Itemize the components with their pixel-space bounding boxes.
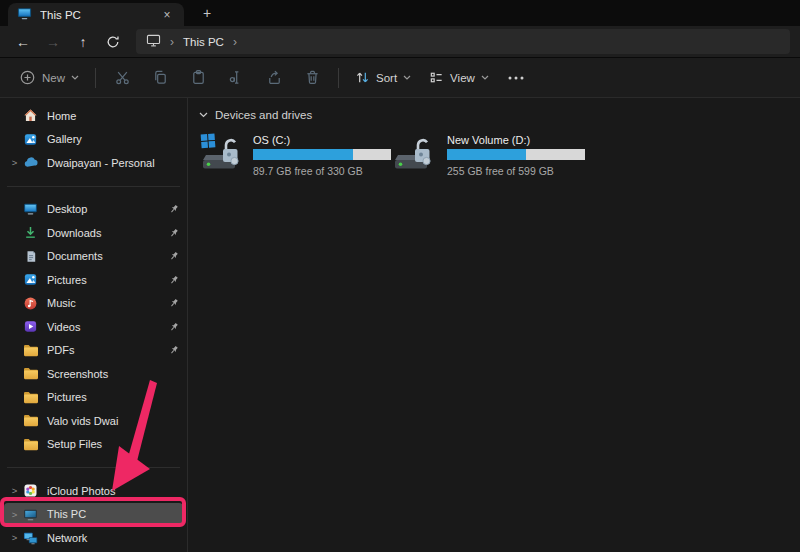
- sidebar-item-this-pc[interactable]: > This PC: [4, 503, 183, 527]
- breadcrumb-location[interactable]: This PC: [183, 36, 224, 48]
- sidebar-item-pictures-folder[interactable]: Pictures: [4, 386, 183, 410]
- drive-used-fill: [253, 149, 353, 160]
- folder-icon: [22, 412, 39, 429]
- home-icon: [22, 107, 39, 124]
- cut-button[interactable]: [103, 63, 141, 93]
- drive-capacity-bar: [253, 149, 391, 160]
- folder-icon: [22, 436, 39, 453]
- documents-icon: [22, 248, 39, 265]
- sidebar-item-label: Setup Files: [47, 438, 179, 450]
- sidebar-item-videos[interactable]: Videos: [4, 315, 183, 339]
- refresh-button[interactable]: [98, 29, 128, 54]
- drive-os-c[interactable]: OS (C:) 89.7 GB free of 330 GB: [200, 131, 380, 179]
- sidebar-item-label: iCloud Photos: [47, 485, 179, 497]
- folder-icon: [22, 342, 39, 359]
- chevron-down-icon: [71, 75, 79, 80]
- view-button[interactable]: View: [420, 63, 498, 93]
- location-monitor-icon: [146, 34, 161, 49]
- share-button[interactable]: [255, 63, 293, 93]
- chevron-down-icon: [481, 75, 489, 80]
- sidebar-item-onedrive-personal[interactable]: > Dwaipayan - Personal: [4, 151, 183, 175]
- sidebar-item-label: Screenshots: [47, 368, 179, 380]
- navigation-pane: Home Gallery >: [0, 98, 188, 552]
- new-button[interactable]: New: [10, 63, 88, 93]
- delete-button[interactable]: [293, 63, 331, 93]
- tab-bar: This PC × +: [0, 0, 800, 26]
- copy-button[interactable]: [141, 63, 179, 93]
- sidebar-item-network[interactable]: > Network: [4, 526, 183, 550]
- tab-this-pc[interactable]: This PC ×: [8, 3, 184, 26]
- new-tab-button[interactable]: +: [197, 3, 217, 23]
- sort-arrows-icon: [355, 70, 370, 85]
- chevron-down-icon: [199, 112, 208, 118]
- rename-button[interactable]: [217, 63, 255, 93]
- desktop-icon: [22, 201, 39, 218]
- sidebar-item-label: Valo vids Dwai: [47, 415, 179, 427]
- view-options-icon: [429, 70, 444, 85]
- rename-icon: [228, 69, 245, 86]
- expand-chevron-icon[interactable]: >: [7, 157, 22, 168]
- sidebar-divider: [7, 186, 180, 187]
- network-icon: [22, 529, 39, 546]
- expand-chevron-icon[interactable]: >: [7, 485, 22, 496]
- command-bar: New: [0, 58, 800, 98]
- drive-new-volume-d[interactable]: New Volume (D:) 255 GB free of 599 GB: [394, 131, 574, 179]
- folder-icon: [22, 365, 39, 382]
- onedrive-cloud-icon: [22, 154, 39, 171]
- sidebar-divider: [7, 467, 180, 468]
- sidebar-item-pictures[interactable]: Pictures: [4, 268, 183, 292]
- pin-icon: [169, 228, 179, 238]
- pin-icon: [169, 251, 179, 261]
- drive-capacity-text: 89.7 GB free of 330 GB: [253, 165, 391, 177]
- scissors-icon: [114, 69, 131, 86]
- sidebar-item-home[interactable]: Home: [4, 104, 183, 128]
- forward-button[interactable]: →: [38, 29, 68, 54]
- paste-button[interactable]: [179, 63, 217, 93]
- sidebar-item-label: Pictures: [47, 391, 179, 403]
- sidebar-item-icloud-photos[interactable]: > iCloud Photos: [4, 479, 183, 503]
- up-button[interactable]: ↑: [68, 29, 98, 54]
- sidebar-item-documents[interactable]: Documents: [4, 245, 183, 269]
- file-explorer-window: This PC × + ← → ↑ › This PC ›: [0, 0, 800, 552]
- gallery-icon: [22, 131, 39, 148]
- sidebar-item-gallery[interactable]: Gallery: [4, 128, 183, 152]
- downloads-icon: [22, 224, 39, 241]
- content-pane: Devices and drives: [188, 98, 800, 552]
- more-options-button[interactable]: [498, 63, 534, 93]
- sidebar-item-music[interactable]: Music: [4, 292, 183, 316]
- this-pc-monitor-icon: [17, 7, 32, 22]
- sidebar-item-downloads[interactable]: Downloads: [4, 221, 183, 245]
- back-button[interactable]: ←: [8, 29, 38, 54]
- address-bar[interactable]: › This PC ›: [136, 29, 790, 54]
- drive-d-bitlocker-icon: [394, 131, 440, 179]
- folder-icon: [22, 389, 39, 406]
- window-body: Home Gallery >: [0, 98, 800, 552]
- pin-icon: [169, 322, 179, 332]
- videos-icon: [22, 318, 39, 335]
- sort-button-label: Sort: [376, 72, 397, 84]
- drive-c-bitlocker-icon: [200, 131, 246, 179]
- expand-chevron-icon[interactable]: >: [7, 509, 22, 520]
- sort-button[interactable]: Sort: [346, 63, 420, 93]
- toolbar-divider: [338, 68, 339, 88]
- chevron-down-icon: [403, 75, 411, 80]
- sidebar-item-screenshots[interactable]: Screenshots: [4, 362, 183, 386]
- tab-close-icon[interactable]: ×: [159, 8, 175, 22]
- devices-and-drives-header[interactable]: Devices and drives: [197, 107, 800, 131]
- sidebar-item-pdfs[interactable]: PDFs: [4, 339, 183, 363]
- sidebar-item-label: Home: [47, 110, 179, 122]
- breadcrumb-chevron-icon[interactable]: ›: [233, 35, 237, 49]
- sidebar-item-label: Music: [47, 297, 169, 309]
- expand-chevron-icon[interactable]: >: [7, 532, 22, 543]
- sidebar-item-setup-files[interactable]: Setup Files: [4, 433, 183, 457]
- plus-circle-icon: [19, 69, 36, 86]
- trash-icon: [304, 69, 321, 86]
- view-button-label: View: [450, 72, 475, 84]
- drive-capacity-text: 255 GB free of 599 GB: [447, 165, 585, 177]
- sidebar-item-valo-vids-dwai[interactable]: Valo vids Dwai: [4, 409, 183, 433]
- pin-icon: [169, 345, 179, 355]
- sidebar-item-desktop[interactable]: Desktop: [4, 198, 183, 222]
- pin-icon: [169, 298, 179, 308]
- toolbar-divider: [95, 68, 96, 88]
- sidebar-item-label: This PC: [47, 508, 179, 520]
